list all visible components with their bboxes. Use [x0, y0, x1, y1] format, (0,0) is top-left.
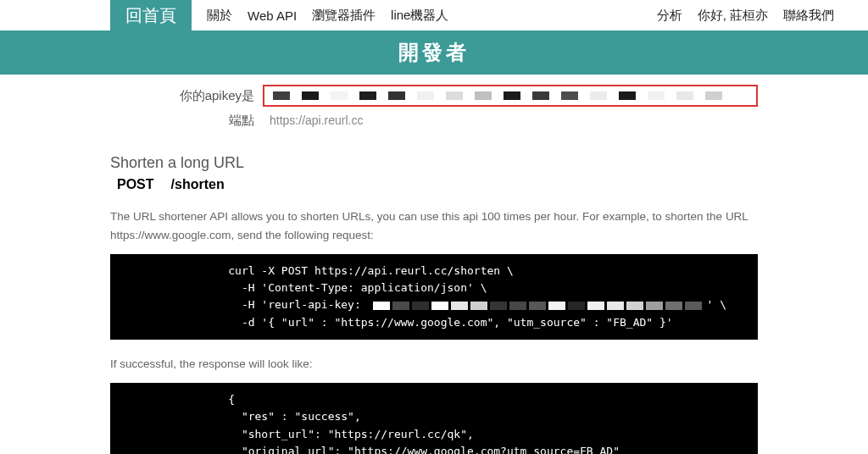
http-path: /shorten [171, 177, 225, 191]
nav-link-contact[interactable]: 聯絡我們 [783, 8, 834, 24]
apikey-value-redacted [263, 85, 758, 107]
success-section: If successful, the response will look li… [110, 355, 758, 454]
credentials-block: 你的apikey是 端點 https://api.reurl.cc [110, 85, 758, 130]
shorten-request-code: curl -X POST https://api.reurl.cc/shorte… [110, 254, 758, 340]
page-banner: 開發者 [0, 30, 868, 75]
apikey-label: 你的apikey是 [110, 88, 263, 104]
redact-block [504, 91, 520, 100]
success-label: If successful, the response will look li… [110, 355, 758, 374]
redact-block [417, 91, 434, 100]
redact-block [446, 91, 463, 100]
redact-block [648, 91, 665, 100]
nav-home-button[interactable]: 回首頁 [110, 0, 192, 30]
nav-link-browser-plugin[interactable]: 瀏覽器插件 [312, 8, 376, 24]
redact-block [302, 91, 319, 100]
redact-block [475, 91, 492, 100]
redact-block [273, 91, 290, 100]
nav-link-line-bot[interactable]: line機器人 [391, 8, 448, 24]
nav-link-analytics[interactable]: 分析 [657, 8, 682, 24]
redact-block [619, 91, 636, 100]
redact-block [561, 91, 578, 100]
redact-block [331, 91, 348, 100]
shorten-description: The URL shortener API allows you to shor… [110, 208, 758, 244]
top-nav: 回首頁 關於 Web API 瀏覽器插件 line機器人 分析 你好, 莊桓亦 … [0, 0, 868, 30]
redact-block [676, 91, 693, 100]
redact-block [590, 91, 607, 100]
shorten-section: Shorten a long URL POST/shorten The URL … [110, 154, 758, 340]
redact-block [359, 91, 376, 100]
redact-block [705, 91, 722, 100]
endpoint-label: 端點 [110, 113, 263, 129]
endpoint-value: https://api.reurl.cc [263, 110, 758, 130]
nav-greeting[interactable]: 你好, 莊桓亦 [698, 8, 768, 24]
redact-block [388, 91, 405, 100]
nav-link-about[interactable]: 關於 [207, 8, 232, 24]
shorten-method-line: POST/shorten [117, 177, 758, 192]
http-method: POST [117, 177, 154, 191]
shorten-title: Shorten a long URL [110, 154, 758, 172]
redact-block [532, 91, 549, 100]
nav-links: 關於 Web API 瀏覽器插件 line機器人 [192, 0, 448, 30]
nav-link-webapi[interactable]: Web API [248, 8, 297, 23]
success-response-code: { "res" : "success", "short_url": "https… [110, 383, 758, 454]
apikey-redacted-in-code [373, 302, 702, 310]
nav-right: 分析 你好, 莊桓亦 聯絡我們 [657, 0, 868, 30]
